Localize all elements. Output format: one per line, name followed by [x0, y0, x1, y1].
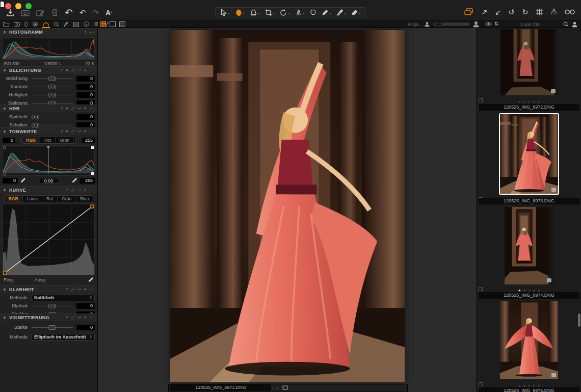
tab-capture[interactable] [14, 20, 20, 28]
draw-mask-tool[interactable]: ▾ [322, 9, 331, 16]
undo-big-icon[interactable]: ↶ [65, 8, 73, 17]
section-header-icons[interactable]: ? A ⤢ ↩ ≡ ⋯ [61, 129, 95, 134]
thumbnail-photo-6975[interactable] [500, 301, 558, 379]
shadow-value[interactable]: 0 [76, 122, 95, 128]
levels-highlight-input[interactable]: 255 [82, 138, 95, 143]
eye-filter-icon[interactable] [485, 21, 492, 27]
browser-filter-label[interactable]: Einga... [408, 22, 421, 27]
section-header-icons[interactable]: ? ⋯ [84, 30, 95, 35]
section-exposure-header[interactable]: ▼ BELICHTUNG ? A ⤢ ↩ ≡ ⋯ [0, 67, 97, 74]
undo-button[interactable]: ↶ [80, 9, 86, 16]
camera-capture-button[interactable] [21, 9, 30, 16]
eraser-tool[interactable]: ▾ [352, 9, 361, 16]
filmstrip-scrollbar[interactable] [578, 313, 580, 327]
thumb-checkbox[interactable] [479, 382, 483, 386]
highlight-picker-icon[interactable] [71, 177, 77, 184]
trash-button[interactable] [51, 9, 58, 16]
thumb-checkbox[interactable] [479, 287, 483, 291]
brightness-value[interactable]: 0 [76, 92, 95, 98]
tab-info[interactable] [84, 20, 89, 28]
filmstrip-toggle-icon[interactable] [282, 385, 288, 390]
clarity-method-dropdown[interactable]: Natürlich⇕ [32, 295, 95, 301]
shadow-picker-icon[interactable] [20, 177, 26, 184]
edit-with-button[interactable] [36, 9, 45, 16]
tab-blau[interactable]: Blau [74, 137, 76, 143]
exposure-slider[interactable] [32, 76, 73, 82]
spot-removal-tool[interactable] [310, 9, 316, 15]
styles-text-tool[interactable]: A▾ [105, 9, 112, 17]
thumb-filename[interactable]: 120525_IMG_6973.DNG [479, 198, 579, 204]
main-photo[interactable] [170, 30, 405, 382]
section-header-icons[interactable]: ? A ⤢ ↩ ≡ ⋯ [61, 106, 95, 111]
tab-gruen[interactable]: Grün [58, 196, 76, 202]
section-levels-header[interactable]: ▼ TONWERTE ? A ⤢ ↩ ≡ ⋯ [0, 128, 97, 135]
highlight-slider[interactable] [32, 114, 73, 120]
brush-tool[interactable]: ▾ [337, 9, 346, 16]
levels-chart[interactable] [3, 145, 95, 176]
thumb-filename[interactable]: 120525_IMG_6975.DNG [479, 387, 579, 392]
tab-lens[interactable] [24, 20, 28, 28]
curve-picker-icon[interactable] [88, 277, 94, 283]
exposure-warning-button[interactable]: ⚠ [550, 8, 558, 16]
section-header-icons[interactable]: ? A ⤢ ↩ ≡ ⋯ [61, 68, 95, 73]
tab-blau[interactable]: Blau [76, 196, 93, 202]
rotate-tool[interactable]: ▾ [280, 9, 289, 16]
tab-rgb[interactable]: RGB [5, 196, 23, 202]
shadow-slider[interactable] [32, 122, 73, 128]
tab-rgb[interactable]: RGB [22, 137, 40, 143]
vignette-amount-value[interactable]: 0 [76, 325, 95, 330]
proof-view-button[interactable] [565, 9, 575, 15]
tab-rot[interactable]: Rot [40, 137, 56, 143]
section-curve-header[interactable]: ▼ KURVE ? ⤢ ↩ ≡ ⋯ [0, 187, 97, 194]
section-header-icons[interactable]: ? ⤢ ↩ ≡ ⋯ [66, 287, 95, 292]
vignette-amount-slider[interactable] [32, 325, 73, 330]
tab-metadata-list[interactable] [73, 20, 79, 28]
levels-gamma-value[interactable]: 0.00 [39, 178, 59, 184]
brightness-slider[interactable] [32, 92, 73, 98]
contrast-value[interactable]: 0 [76, 84, 95, 90]
section-histogram-header[interactable]: ▼ HISTOGRAMM ? ⋯ [0, 29, 97, 36]
tab-library-folder[interactable] [3, 20, 9, 28]
levels-highlight-output[interactable]: 255 [80, 178, 95, 184]
curve-chart[interactable] [3, 204, 95, 275]
section-vignetting-header[interactable]: ▼ VIGNETTIERUNG ? ⤢ ↩ ≡ ⋯ [0, 314, 97, 321]
tab-adjustments-brush[interactable] [64, 20, 69, 28]
thumb-filename[interactable]: 120525_IMG_6972.DNG [479, 104, 579, 111]
section-header-icons[interactable]: ? ⤢ ↩ ≡ ⋯ [66, 188, 95, 193]
thumb-checkbox[interactable] [479, 98, 483, 102]
thumbnail-photo-6973-selected[interactable] [499, 113, 559, 195]
grid-overlay-button[interactable] [536, 8, 543, 16]
user-icon[interactable] [572, 21, 577, 28]
import-button[interactable] [6, 9, 14, 17]
rotate-right-button[interactable]: ↻ [522, 8, 529, 16]
clarity-value[interactable]: 0 [76, 303, 95, 309]
viewer-proof-view-button[interactable] [119, 21, 125, 27]
vignette-method-dropdown[interactable]: Elliptisch im Ausschnitt⇕ [32, 334, 95, 341]
tab-rot[interactable]: Rot [42, 196, 58, 202]
straighten-tool[interactable]: ▾ [296, 9, 305, 16]
levels-shadow-output[interactable]: 0 [3, 178, 18, 184]
viewer-view-button[interactable] [110, 21, 116, 27]
copy-apply-next-icon[interactable]: ↗ [481, 8, 488, 16]
copy-apply-prev-icon[interactable]: ↙ [495, 8, 501, 16]
select-tool[interactable]: ▾ [220, 9, 229, 16]
tab-color[interactable] [32, 20, 38, 28]
section-header-icons[interactable]: ? ⤢ ↩ ≡ ⋯ [66, 315, 95, 320]
sort-order-icon[interactable]: ⇅ [494, 21, 498, 27]
loupe-tool[interactable]: ▾ [250, 9, 259, 16]
levels-shadow-input[interactable]: 0 [3, 138, 15, 143]
thumb-filename[interactable]: 120525_IMG_6974.DNG [479, 292, 579, 299]
thumb-star-rating[interactable]: ★★★★★ [483, 96, 575, 105]
thumbnail-photo-6974[interactable] [505, 207, 553, 284]
rotate-left-button[interactable]: ↺ [509, 8, 515, 16]
section-hdr-header[interactable]: ▼ HDR ? A ⤢ ↩ ≡ ⋯ [0, 105, 97, 112]
copy-adjustments-icon[interactable] [464, 8, 474, 16]
redo-button[interactable]: ↷ [93, 9, 99, 16]
thumbnail-size-slider[interactable] [433, 22, 470, 26]
search-icon[interactable] [563, 21, 569, 27]
crop-tool[interactable]: ▾ [265, 9, 274, 16]
tab-luma[interactable]: Luma [23, 196, 42, 202]
tab-details-loupe[interactable] [54, 20, 59, 28]
tab-gruen[interactable]: Grün [56, 137, 74, 143]
contrast-slider[interactable] [32, 84, 73, 90]
